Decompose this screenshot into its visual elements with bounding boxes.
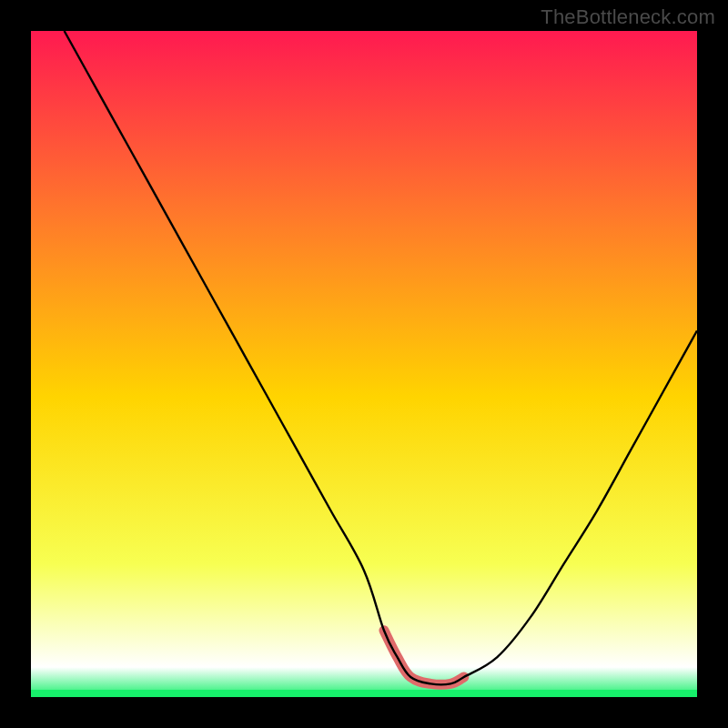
chart-stage bbox=[31, 31, 697, 697]
chart-svg bbox=[31, 31, 697, 697]
watermark-label: TheBottleneck.com bbox=[541, 5, 715, 29]
green-baseline-strip bbox=[31, 690, 697, 697]
chart-frame: TheBottleneck.com bbox=[0, 0, 728, 728]
gradient-background bbox=[31, 31, 697, 697]
